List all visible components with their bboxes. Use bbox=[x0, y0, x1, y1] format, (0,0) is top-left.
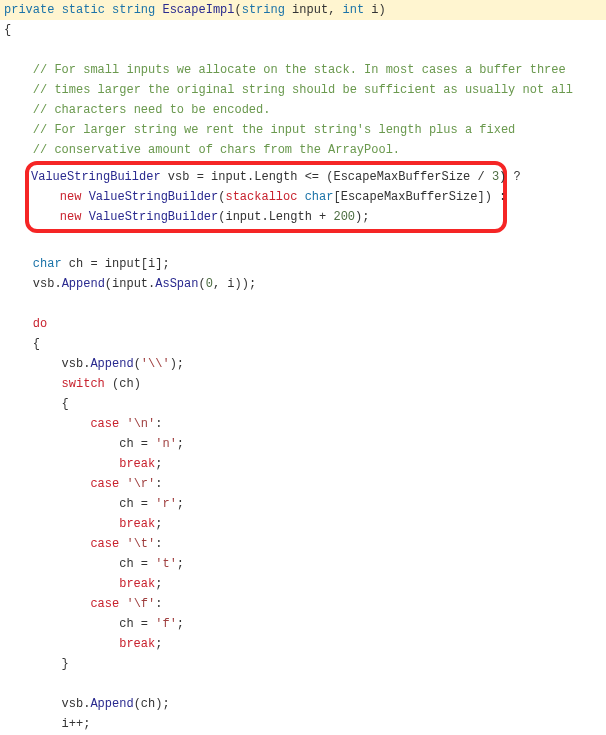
code-line: break; bbox=[0, 634, 606, 654]
comment-line: // For larger string we rent the input s… bbox=[0, 120, 606, 140]
open-brace: { bbox=[0, 20, 606, 40]
method-signature: private static string EscapeImpl(string … bbox=[0, 0, 606, 20]
blank-line bbox=[0, 294, 606, 314]
code-line: do bbox=[0, 314, 606, 334]
code-line: case '\n': bbox=[0, 414, 606, 434]
code-line: i++; bbox=[0, 714, 606, 734]
code-line: ch = 'f'; bbox=[0, 614, 606, 634]
code-line: char ch = input[i]; bbox=[0, 254, 606, 274]
code-line: } bbox=[0, 654, 606, 674]
code-line: vsb.Append(input.AsSpan(0, i)); bbox=[0, 274, 606, 294]
code-line: ch = 'r'; bbox=[0, 494, 606, 514]
code-line: ValueStringBuilder vsb = input.Length <=… bbox=[31, 167, 501, 187]
code-line: break; bbox=[0, 574, 606, 594]
code-line: switch (ch) bbox=[0, 374, 606, 394]
comment-line: // characters need to be encoded. bbox=[0, 100, 606, 120]
code-line: new ValueStringBuilder(stackalloc char[E… bbox=[31, 187, 501, 207]
code-line: vsb.Append(ch); bbox=[0, 694, 606, 714]
code-line: ch = 't'; bbox=[0, 554, 606, 574]
code-line: case '\t': bbox=[0, 534, 606, 554]
blank-line bbox=[0, 234, 606, 254]
code-line: { bbox=[0, 334, 606, 354]
code-line: break; bbox=[0, 454, 606, 474]
comment-line: // times larger the original string shou… bbox=[0, 80, 606, 100]
code-line: vsb.Append('\\'); bbox=[0, 354, 606, 374]
highlighted-code-box: ValueStringBuilder vsb = input.Length <=… bbox=[25, 161, 507, 233]
code-line: case '\r': bbox=[0, 474, 606, 494]
comment-line: // For small inputs we allocate on the s… bbox=[0, 60, 606, 80]
code-line: ch = 'n'; bbox=[0, 434, 606, 454]
code-line: new ValueStringBuilder(input.Length + 20… bbox=[31, 207, 501, 227]
code-line: break; bbox=[0, 514, 606, 534]
comment-line: // conservative amount of chars from the… bbox=[0, 140, 606, 160]
code-line: case '\f': bbox=[0, 594, 606, 614]
blank-line bbox=[0, 40, 606, 60]
blank-line bbox=[0, 674, 606, 694]
code-line: { bbox=[0, 394, 606, 414]
